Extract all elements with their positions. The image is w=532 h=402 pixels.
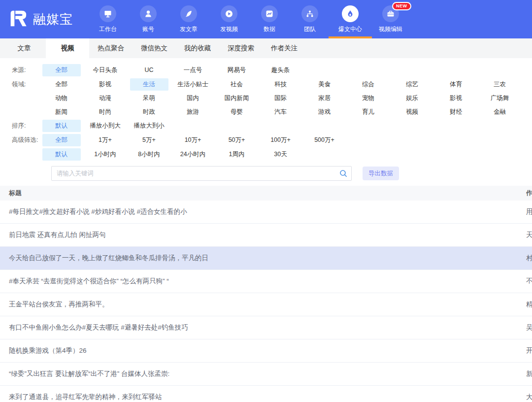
new-badge: NEW (392, 2, 411, 10)
brand[interactable]: 融媒宝 (7, 7, 85, 31)
table-row[interactable]: #奉天承芸 “去逛街觉得这个很适合你” “怎么有两只狗” “ 不 (0, 270, 532, 293)
tab-my-favorites[interactable]: 我的收藏 (176, 38, 219, 58)
row-title[interactable]: 来到了通道县，追寻红军先辈的精神，来到红军驿站 (0, 393, 526, 402)
play-count-chip[interactable]: 50万+ (218, 134, 256, 146)
domain-chip[interactable]: 家居 (305, 92, 344, 104)
search-icon[interactable] (339, 169, 348, 180)
nav-item-workbench[interactable]: 工作台 (88, 0, 128, 38)
domain-chip[interactable]: 游戏 (305, 106, 344, 118)
tab-author-follow[interactable]: 作者关注 (263, 38, 306, 58)
export-data-button[interactable]: 导出数据 (363, 167, 399, 180)
nav-item-hot-article-center[interactable]: 爆文中心 (330, 0, 370, 38)
domain-chip[interactable]: 广场舞 (481, 92, 519, 104)
row-title[interactable]: 前日地震 还真有点儿怕 闲扯两句 (0, 231, 526, 239)
domain-chip[interactable]: 三农 (481, 78, 519, 91)
domain-chip[interactable]: 新闻 (42, 106, 81, 118)
domain-chip[interactable]: 娱乐 (393, 92, 432, 104)
domain-chip[interactable]: 影视 (86, 78, 125, 91)
row-title[interactable]: “绿委”又出狂言 要让解放军“出不了港” 台媒体人张孟崇: (0, 369, 526, 378)
domain-chip[interactable]: 影视 (437, 92, 475, 104)
domain-chip[interactable]: 汽车 (262, 106, 300, 118)
search-input[interactable] (51, 166, 352, 181)
nav-item-team[interactable]: 团队 (290, 0, 330, 38)
active-nav-indicator (329, 36, 372, 38)
nav-label: 数据 (264, 25, 275, 34)
domain-chip[interactable]: 科技 (262, 78, 300, 91)
tab-wechat-hot[interactable]: 微信热文 (133, 38, 176, 58)
row-title[interactable]: 王金平站台侯友宜，再推两和平。 (0, 300, 526, 309)
source-chip[interactable]: UC (130, 64, 168, 76)
domain-chip[interactable]: 金融 (481, 106, 519, 118)
nav-item-publish-article[interactable]: 发文章 (168, 0, 209, 38)
tab-hotspot-aggregation[interactable]: 热点聚合 (89, 38, 133, 58)
table-row[interactable]: #每日推文#推文超好看小说 #炒鸡好看小说 #适合女生看的小 用 (0, 201, 532, 224)
table-row[interactable]: 有口不中鱼闹小鱼怎么办#夏天去哪玩 #避暑好去处#钓鱼技巧 吴 (0, 316, 532, 339)
domain-chip[interactable]: 时尚 (86, 106, 125, 118)
row-title[interactable]: #奉天承芸 “去逛街觉得这个很适合你” “怎么有两只狗” “ (0, 277, 526, 286)
row-title[interactable]: 有口不中鱼闹小鱼怎么办#夏天去哪玩 #避暑好去处#钓鱼技巧 (0, 323, 526, 332)
domain-chip[interactable]: 呆萌 (130, 92, 168, 104)
source-chip[interactable]: 趣头条 (262, 64, 300, 76)
time-range-chip[interactable]: 30天 (262, 148, 300, 161)
row-author: 用 (526, 207, 532, 216)
domain-chip[interactable]: 视频 (393, 106, 432, 118)
nav-item-video-editor[interactable]: NEW 视频编辑 (370, 0, 411, 38)
time-range-chip[interactable]: 24小时内 (174, 148, 212, 161)
play-count-chip[interactable]: 100万+ (262, 134, 300, 146)
table-row-highlighted[interactable]: 今天给自己放假了一天，晚上做了红烧鲫鱼和冬瓜排骨汤，平凡的日 村 (0, 247, 532, 270)
domain-chip[interactable]: 国内 (174, 92, 212, 104)
domain-chip[interactable]: 财经 (437, 106, 475, 118)
row-title[interactable]: #每日推文#推文超好看小说 #炒鸡好看小说 #适合女生看的小 (0, 207, 526, 216)
domain-chip[interactable]: 生活 (130, 78, 168, 91)
row-title[interactable]: 今天给自己放假了一天，晚上做了红烧鲫鱼和冬瓜排骨汤，平凡的日 (0, 254, 526, 263)
domain-chip[interactable]: 生活小贴士 (174, 78, 212, 91)
domain-chip[interactable]: 综合 (349, 78, 388, 91)
source-chip[interactable]: 全部 (42, 64, 81, 76)
nav-item-publish-video[interactable]: 发视频 (209, 0, 249, 38)
time-range-chip[interactable]: 1小时内 (86, 148, 125, 161)
time-range-chip[interactable]: 1周内 (218, 148, 256, 161)
sort-chip[interactable]: 播放大到小 (130, 120, 168, 132)
brand-logo-icon (7, 7, 29, 31)
domain-chip[interactable]: 旅游 (174, 106, 212, 118)
table-row[interactable]: 前日地震 还真有点儿怕 闲扯两句 天 (0, 224, 532, 247)
table-row[interactable]: 随机换乘游戏（第4季）26 开 (0, 339, 532, 363)
row-author: 开 (526, 346, 532, 355)
source-chip[interactable]: 网易号 (218, 64, 256, 76)
tab-video[interactable]: 视频 (46, 38, 89, 58)
domain-chip[interactable]: 全部 (42, 78, 81, 91)
tab-article[interactable]: 文章 (2, 38, 46, 58)
domain-chip[interactable]: 时政 (130, 106, 168, 118)
domain-chip[interactable]: 宠物 (349, 92, 388, 104)
domain-chip[interactable]: 动物 (42, 92, 81, 104)
table-row[interactable]: 来到了通道县，追寻红军先辈的精神，来到红军驿站 大 (0, 386, 532, 402)
domain-chip[interactable]: 国际 (262, 92, 300, 104)
domain-chip[interactable]: 美食 (305, 78, 344, 91)
row-author: 天 (526, 231, 532, 239)
tab-deep-search[interactable]: 深度搜索 (219, 38, 263, 58)
nav-item-account[interactable]: 账号 (128, 0, 168, 38)
nav-item-data[interactable]: 数据 (249, 0, 290, 38)
domain-chip[interactable]: 育儿 (349, 106, 388, 118)
domain-chip[interactable]: 母婴 (218, 106, 256, 118)
source-chip[interactable]: 今日头条 (86, 64, 125, 76)
sort-chip[interactable]: 播放小到大 (86, 120, 125, 132)
domain-chip[interactable]: 综艺 (393, 78, 432, 91)
play-count-chip[interactable]: 500万+ (305, 134, 344, 146)
play-count-chip[interactable]: 10万+ (174, 134, 212, 146)
time-range-chip[interactable]: 8小时内 (130, 148, 168, 161)
domain-chip[interactable]: 体育 (437, 78, 475, 91)
time-range-chip[interactable]: 默认 (42, 148, 81, 161)
domain-chip[interactable]: 动漫 (86, 92, 125, 104)
domain-chip[interactable]: 国内新闻 (218, 92, 256, 104)
column-header-author: 作 (526, 189, 532, 198)
domain-chip[interactable]: 社会 (218, 78, 256, 91)
play-count-chip[interactable]: 1万+ (86, 134, 125, 146)
row-title[interactable]: 随机换乘游戏（第4季）26 (0, 346, 526, 355)
play-count-chip[interactable]: 全部 (42, 134, 81, 146)
table-row[interactable]: “绿委”又出狂言 要让解放军“出不了港” 台媒体人张孟崇: 新 (0, 363, 532, 386)
table-row[interactable]: 王金平站台侯友宜，再推两和平。 精 (0, 293, 532, 316)
sort-chip[interactable]: 默认 (42, 120, 81, 132)
source-chip[interactable]: 一点号 (174, 64, 212, 76)
play-count-chip[interactable]: 5万+ (130, 134, 168, 146)
